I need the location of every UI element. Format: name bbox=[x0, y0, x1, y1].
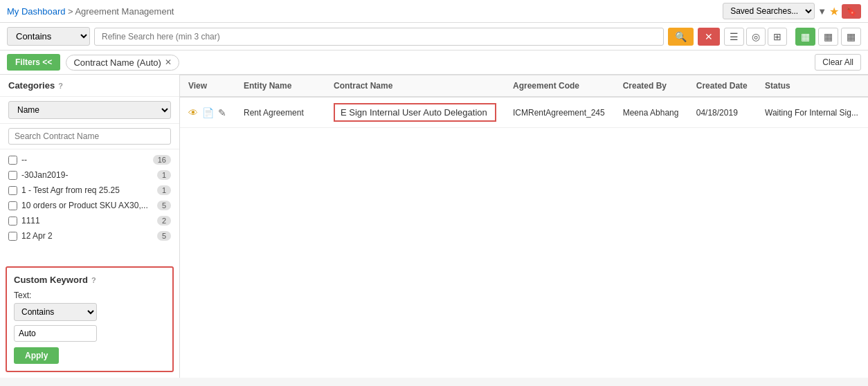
facet-checkbox[interactable] bbox=[8, 186, 17, 195]
grid-sm-button[interactable]: ▦ bbox=[795, 28, 815, 46]
breadcrumb-parent[interactable]: My Dashboard bbox=[7, 6, 66, 17]
facet-count: 1 bbox=[157, 170, 171, 180]
facet-label: -- bbox=[21, 155, 149, 165]
dropdown-chevron-icon[interactable]: ▼ bbox=[817, 6, 826, 17]
list-view-icons: ☰ ◎ ⊞ bbox=[724, 28, 787, 46]
facet-label: 1 - Test Agr from req 25.25 bbox=[21, 185, 153, 195]
row-status: Waiting For Internal Sig... bbox=[757, 97, 868, 128]
view-icon[interactable]: 👁 bbox=[188, 107, 198, 118]
row-created-date: 04/18/2019 bbox=[688, 97, 757, 128]
facet-checkbox[interactable] bbox=[8, 201, 17, 210]
breadcrumb-separator: > bbox=[68, 6, 75, 17]
custom-keyword-input-area bbox=[14, 325, 165, 347]
row-entity-name: Rent Agreement bbox=[235, 97, 325, 128]
facet-item: 1111 2 bbox=[0, 213, 179, 228]
categories-header: Categories ? bbox=[0, 75, 179, 97]
facet-item: 10 orders or Product SKU AX30,... 5 bbox=[0, 198, 179, 213]
facet-label: 10 orders or Product SKU AX30,... bbox=[21, 201, 153, 210]
facet-item: -- 16 bbox=[0, 152, 179, 167]
row-agreement-code: ICMRentAgreement_245 bbox=[505, 97, 615, 128]
row-contract-name: E Sign Internal User Auto Delegation bbox=[325, 97, 505, 128]
doc-icon[interactable]: 📄 bbox=[202, 107, 214, 118]
results-table: View Entity Name Contract Name Agreement… bbox=[180, 75, 868, 128]
filters-button[interactable]: Filters << bbox=[7, 54, 60, 71]
grid-md-button[interactable]: ▦ bbox=[818, 28, 838, 46]
name-dropdown-area: Name bbox=[0, 97, 179, 124]
filter-bar: Filters << Contract Name (Auto) ✕ Clear … bbox=[0, 50, 868, 75]
facet-checkbox[interactable] bbox=[8, 171, 17, 180]
breadcrumb-current: Agreement Management bbox=[75, 6, 174, 17]
table-body: 👁 📄 ✎ Rent Agreement E Sign Internal Use… bbox=[180, 97, 868, 128]
categories-label: Categories bbox=[8, 80, 55, 91]
col-header-entity-name: Entity Name bbox=[235, 75, 325, 98]
col-header-created-by: Created By bbox=[615, 75, 688, 98]
top-bar: My Dashboard > Agreement Management Save… bbox=[0, 0, 868, 23]
search-type-select[interactable]: Contains Starts With Ends With Equals bbox=[7, 27, 90, 46]
facet-label: -30Jan2019- bbox=[21, 170, 153, 180]
active-filter-tag: Contract Name (Auto) ✕ bbox=[66, 55, 179, 71]
row-created-by: Meena Abhang bbox=[615, 97, 688, 128]
table-row: 👁 📄 ✎ Rent Agreement E Sign Internal Use… bbox=[180, 97, 868, 128]
facet-item: 12 Apr 2 5 bbox=[0, 228, 179, 243]
custom-keyword-condition-select[interactable]: Contains Starts With Ends With Equals bbox=[14, 303, 97, 321]
facet-label: 12 Apr 2 bbox=[21, 231, 153, 241]
main-content: Categories ? Name -- 16 -30Jan2019- 1 1 … bbox=[0, 75, 868, 378]
facet-item: 1 - Test Agr from req 25.25 1 bbox=[0, 183, 179, 198]
saved-searches-select[interactable]: Saved Searches... bbox=[723, 3, 815, 19]
star-icon[interactable]: ★ bbox=[829, 5, 839, 18]
facet-checkbox[interactable] bbox=[8, 217, 17, 226]
facet-count: 5 bbox=[157, 231, 171, 241]
facet-list: -- 16 -30Jan2019- 1 1 - Test Agr from re… bbox=[0, 149, 179, 261]
search-input[interactable] bbox=[94, 28, 664, 46]
table-header: View Entity Name Contract Name Agreement… bbox=[180, 75, 868, 98]
custom-keyword-condition-area: Contains Starts With Ends With Equals bbox=[14, 303, 165, 325]
search-contract-area bbox=[0, 124, 179, 149]
list-view-button[interactable]: ☰ bbox=[724, 28, 744, 46]
grid-lg-button[interactable]: ▦ bbox=[841, 28, 861, 46]
search-bar: Contains Starts With Ends With Equals 🔍 … bbox=[0, 23, 868, 50]
facet-checkbox[interactable] bbox=[8, 232, 17, 241]
circle-view-button[interactable]: ◎ bbox=[746, 28, 766, 46]
custom-keyword-input[interactable] bbox=[14, 325, 97, 342]
clear-search-button[interactable]: ✕ bbox=[698, 28, 720, 46]
custom-keyword-text-label: Text: bbox=[14, 291, 165, 300]
custom-keyword-label: Custom Keyword bbox=[14, 275, 88, 285]
col-header-contract-name: Contract Name bbox=[325, 75, 505, 98]
breadcrumb: My Dashboard > Agreement Management bbox=[7, 6, 174, 17]
facet-label: 1111 bbox=[21, 216, 153, 226]
saved-searches-area: Saved Searches... ▼ ★ 🔖 bbox=[723, 3, 861, 19]
facet-count: 16 bbox=[153, 155, 171, 165]
bookmark-icon[interactable]: 🔖 bbox=[842, 4, 861, 19]
col-header-agreement-code: Agreement Code bbox=[505, 75, 615, 98]
custom-keyword-help-icon[interactable]: ? bbox=[91, 276, 96, 284]
custom-keyword-panel: Custom Keyword ? Text: Contains Starts W… bbox=[6, 266, 174, 372]
name-select[interactable]: Name bbox=[8, 101, 171, 119]
categories-help-icon[interactable]: ? bbox=[58, 82, 63, 90]
left-panel: Categories ? Name -- 16 -30Jan2019- 1 1 … bbox=[0, 75, 180, 378]
custom-keyword-header: Custom Keyword ? bbox=[14, 275, 165, 285]
filter-tag-close-icon[interactable]: ✕ bbox=[165, 57, 172, 67]
facet-count: 5 bbox=[157, 201, 171, 210]
col-header-status: Status bbox=[757, 75, 868, 98]
grid-view-icons: ▦ ▦ ▦ bbox=[795, 28, 861, 46]
facet-item: -30Jan2019- 1 bbox=[0, 167, 179, 183]
search-contract-input[interactable] bbox=[8, 128, 171, 145]
col-header-created-date: Created Date bbox=[688, 75, 757, 98]
search-button[interactable]: 🔍 bbox=[668, 28, 694, 46]
facet-checkbox[interactable] bbox=[8, 156, 17, 165]
table-view-button[interactable]: ⊞ bbox=[768, 28, 787, 46]
facet-count: 2 bbox=[157, 216, 171, 226]
filter-tag-label: Contract Name (Auto) bbox=[73, 57, 161, 68]
col-header-view: View bbox=[180, 75, 235, 98]
right-panel: View Entity Name Contract Name Agreement… bbox=[180, 75, 868, 378]
edit-icon[interactable]: ✎ bbox=[218, 107, 226, 118]
row-actions: 👁 📄 ✎ bbox=[180, 97, 235, 128]
clear-all-button[interactable]: Clear All bbox=[815, 54, 861, 71]
apply-button[interactable]: Apply bbox=[14, 347, 59, 364]
facet-count: 1 bbox=[157, 185, 171, 195]
